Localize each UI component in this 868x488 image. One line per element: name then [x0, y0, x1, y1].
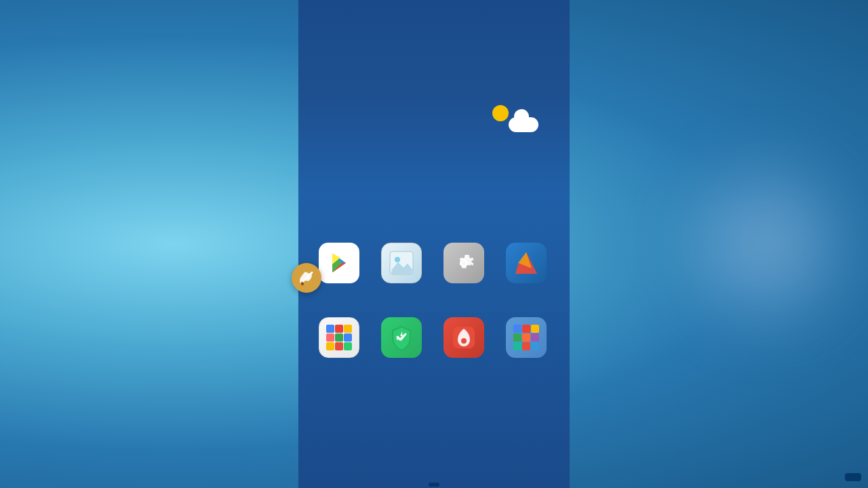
security-icon — [381, 317, 422, 358]
settings-icon — [443, 243, 484, 283]
app-tools[interactable] — [496, 317, 556, 362]
du-recorder-watermark — [845, 473, 861, 481]
app-settings[interactable] — [434, 243, 494, 287]
app-grid-row2 — [304, 317, 561, 362]
app-grid-row1 — [304, 243, 561, 287]
themes-icon — [506, 243, 547, 283]
app-themes[interactable] — [496, 243, 556, 287]
floating-brush[interactable] — [292, 263, 321, 293]
svg-point-17 — [461, 338, 467, 344]
du-recorder-phone-watermark — [429, 483, 439, 487]
bg-blob — [665, 142, 868, 346]
app-google-folder[interactable] — [309, 317, 369, 362]
apps-icon — [443, 317, 484, 358]
app-apps[interactable] — [434, 317, 494, 362]
play-store-icon — [319, 243, 359, 283]
gallery-icon — [381, 243, 422, 283]
svg-point-9 — [395, 257, 400, 262]
phone-frame: Google — [298, 0, 570, 488]
tools-icon — [506, 317, 547, 358]
google-folder-icon — [319, 317, 359, 358]
app-security[interactable] — [372, 317, 431, 362]
app-gallery[interactable] — [372, 243, 431, 287]
